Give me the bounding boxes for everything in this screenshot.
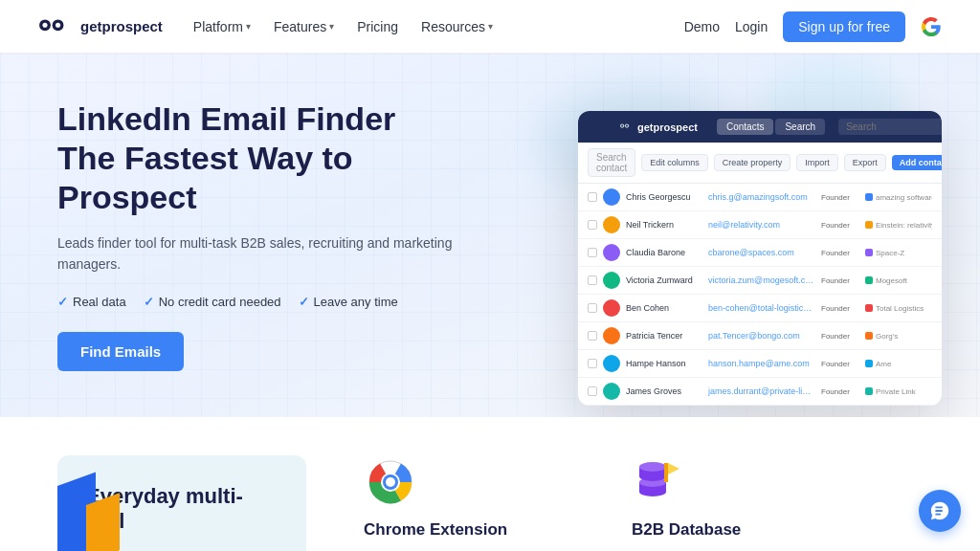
chrome-extension-title: Chrome Extension [364,520,593,540]
mockup-tab-search: Search [775,119,825,135]
contact-email: victoria.zum@mogesoft.com [708,276,815,285]
import-button[interactable]: Import [796,154,838,171]
hero-subtitle: Leads finder tool for multi-task B2B sal… [57,232,459,276]
mockup-nav: Contacts Search [717,119,825,135]
demo-link[interactable]: Demo [684,19,720,34]
mockup-toolbar: Search contact Edit columns Create prope… [578,143,942,184]
contact-email: james.durrant@private-link.net [708,386,815,396]
row-checkbox[interactable] [588,386,597,396]
table-row[interactable]: Chris Georgescu chris.g@amazingsoft.com … [578,184,942,211]
row-checkbox[interactable] [588,248,597,257]
mockup-contact-search[interactable]: Search contact [588,148,635,177]
login-link[interactable]: Login [735,19,768,34]
checkmark-icon: ✓ [57,295,68,309]
logo[interactable]: getprospect [38,16,163,37]
bottom-section: Everyday multi-tool [0,417,980,551]
hero-title: LinkedIn Email Finder The Fastest Way to… [57,99,459,216]
contact-role: Founder [821,276,859,285]
avatar [603,272,620,289]
contact-name: Ben Cohen [626,303,702,313]
contact-email: cbarone@spaces.com [708,248,815,257]
add-contact-button[interactable]: Add contact [892,155,942,170]
find-emails-button[interactable]: Find Emails [57,332,184,371]
nav-features[interactable]: Features ▾ [274,19,334,34]
avatar [603,327,620,344]
nav-right: Demo Login Sign up for free [684,11,942,42]
chevron-down-icon: ▾ [329,21,334,32]
create-property-button[interactable]: Create property [714,154,791,171]
table-row[interactable]: Ben Cohen ben-cohen@total-logistics.com … [578,295,942,322]
hero-section: LinkedIn Email Finder The Fastest Way to… [0,54,980,417]
contact-name: James Groves [626,386,702,396]
contact-role: Founder [821,249,859,257]
contact-name: Chris Georgescu [626,192,702,202]
svg-rect-5 [621,124,623,126]
table-row[interactable]: Patricia Tencer pat.Tencer@bongo.com Fou… [578,322,942,350]
chevron-down-icon: ▾ [246,21,251,32]
app-mockup: getprospect Contacts Search 🔔 ⚙ 👤 Search… [578,111,942,406]
google-icon[interactable] [921,16,942,37]
contact-role: Founder [821,221,859,230]
mockup-search-input[interactable] [838,119,942,135]
b2b-database-desc: Over 200 million up-to-date contacts. [632,547,835,551]
contact-company: Gorg's [865,332,932,341]
mockup-tab-contacts: Contacts [717,119,773,135]
svg-rect-3 [56,22,60,27]
table-row[interactable]: Claudia Barone cbarone@spaces.com Founde… [578,239,942,267]
row-checkbox[interactable] [588,220,597,230]
edit-columns-button[interactable]: Edit columns [641,154,708,171]
svg-marker-20 [668,463,679,474]
contact-email: ben-cohen@total-logistics.com [708,303,815,313]
table-row[interactable]: Neil Trickern neil@relativity.com Founde… [578,211,942,239]
svg-rect-1 [42,22,47,27]
database-icon [632,455,685,509]
contacts-table: Chris Georgescu chris.g@amazingsoft.com … [578,184,942,406]
table-row[interactable]: Hampe Hanson hanson.hampe@ame.com Founde… [578,350,942,378]
row-checkbox[interactable] [588,192,597,202]
nav-platform[interactable]: Platform ▾ [193,19,251,34]
contact-company: Space-Z [865,249,932,257]
chrome-extension-card: Chrome Extension One-click to extract em… [364,455,593,551]
avatar [603,244,620,261]
table-row[interactable]: Victoria Zumward victoria.zum@mogesoft.c… [578,267,942,295]
row-checkbox[interactable] [588,303,597,313]
mockup-logo: getprospect [620,121,698,133]
nav-resources[interactable]: Resources ▾ [421,19,493,34]
mockup-titlebar: getprospect Contacts Search 🔔 ⚙ 👤 [578,111,942,143]
svg-point-18 [639,462,666,472]
nav-pricing[interactable]: Pricing [357,19,398,34]
check-real-data: ✓ Real data [57,295,126,309]
nav-links: Platform ▾ Features ▾ Pricing Resources … [193,19,684,34]
multi-tool-card: Everyday multi-tool [57,455,306,551]
chrome-extension-desc: One-click to extract emails and profiles… [364,547,593,551]
avatar [603,299,620,317]
contact-role: Founder [821,360,859,368]
logo-text: getprospect [80,18,163,34]
check-leave-anytime: ✓ Leave any time [299,295,398,309]
table-row[interactable]: James Groves james.durrant@private-link.… [578,378,942,406]
contact-company: Mogesoft [865,276,932,285]
svg-point-12 [386,477,395,487]
contact-email: chris.g@amazingsoft.com [708,192,815,202]
row-checkbox[interactable] [588,276,597,285]
contact-name: Patricia Tencer [626,331,702,341]
signup-button[interactable]: Sign up for free [783,11,905,42]
contact-email: neil@relativity.com [708,220,815,230]
contact-email: pat.Tencer@bongo.com [708,331,815,341]
avatar [603,355,620,372]
chrome-icon [364,455,417,509]
export-button[interactable]: Export [844,154,886,171]
checkmark-icon: ✓ [144,295,154,309]
row-checkbox[interactable] [588,359,597,368]
chat-support-button[interactable] [919,490,961,532]
checkmark-icon: ✓ [299,295,309,309]
hero-checks: ✓ Real data ✓ No credit card needed ✓ Le… [57,295,459,309]
corner-decoration [57,486,134,551]
contact-company: Total Logistics [865,304,932,313]
check-no-credit: ✓ No credit card needed [144,295,281,309]
navigation: getprospect Platform ▾ Features ▾ Pricin… [0,0,980,54]
b2b-database-card: B2B Database Over 200 million up-to-date… [632,455,835,551]
contact-role: Founder [821,387,859,396]
row-checkbox[interactable] [588,331,597,341]
contact-role: Founder [821,193,859,202]
